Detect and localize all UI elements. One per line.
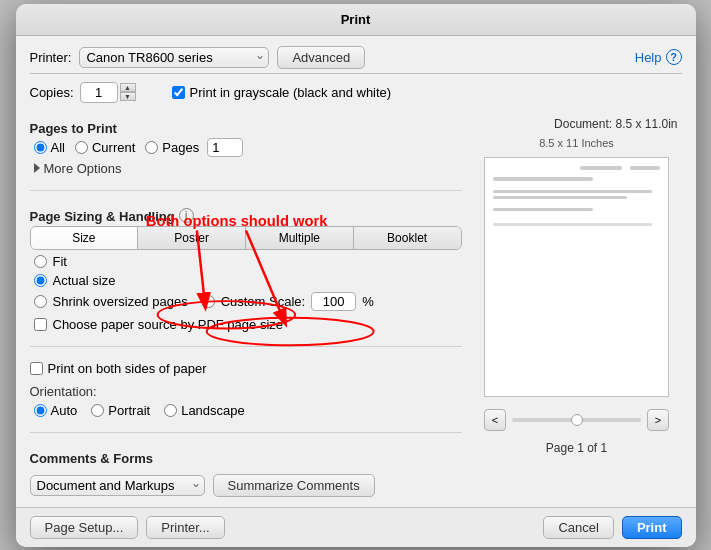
orientation-label: Orientation:: [30, 384, 462, 399]
actual-size-radio[interactable]: [34, 274, 47, 287]
fit-radio[interactable]: [34, 255, 47, 268]
comments-section: Comments & Forms Document and Markups Su…: [30, 447, 462, 497]
orientation-radio-group: Auto Portrait Landscape: [34, 403, 462, 418]
both-sides-row: Print on both sides of paper: [30, 361, 462, 376]
sizing-header: Page Sizing & Handling i: [30, 205, 462, 226]
shrink-radio[interactable]: [34, 295, 47, 308]
orientation-section: Orientation: Auto Portrait Landscape: [30, 384, 462, 418]
pages-current-label: Current: [92, 140, 135, 155]
preview-line-1: [493, 177, 593, 181]
help-link[interactable]: Help: [635, 50, 662, 65]
copies-spinner-buttons: ▲ ▼: [120, 83, 136, 101]
bottom-right: Cancel Print: [543, 516, 681, 539]
tab-booklet[interactable]: Booklet: [354, 227, 461, 249]
tab-poster[interactable]: Poster: [138, 227, 246, 249]
bottom-bar: Page Setup... Printer... Cancel Print: [16, 507, 696, 547]
dialog-title: Print: [341, 12, 371, 27]
summarize-button[interactable]: Summarize Comments: [213, 474, 375, 497]
page-indicator: Page 1 of 1: [546, 441, 607, 455]
actual-size-option: Actual size: [34, 273, 462, 288]
copies-up-btn[interactable]: ▲: [120, 83, 136, 92]
divider-1: [30, 190, 462, 191]
copies-spinner: ▲ ▼: [80, 82, 136, 103]
orientation-landscape: Landscape: [164, 403, 245, 418]
printer-button[interactable]: Printer...: [146, 516, 224, 539]
print-button[interactable]: Print: [622, 516, 682, 539]
comments-title: Comments & Forms: [30, 451, 462, 466]
pages-all-item: All: [34, 140, 65, 155]
size-options: Fit Actual size Shrink oversized pages C…: [34, 254, 462, 332]
orient-landscape-label: Landscape: [181, 403, 245, 418]
title-bar: Print: [16, 4, 696, 36]
bottom-left: Page Setup... Printer...: [30, 516, 225, 539]
shrink-label: Shrink oversized pages: [53, 294, 188, 309]
copies-input[interactable]: [80, 82, 118, 103]
pages-pages-radio[interactable]: [145, 141, 158, 154]
preview-line-5: [493, 223, 652, 226]
printer-select-wrapper: Canon TR8600 series: [79, 47, 269, 68]
doc-info: Document: 8.5 x 11.0in: [472, 117, 682, 131]
tab-size[interactable]: Size: [31, 227, 139, 249]
pdf-source-option: Choose paper source by PDF page size: [34, 317, 462, 332]
pages-current-item: Current: [75, 140, 135, 155]
both-sides-checkbox[interactable]: [30, 362, 43, 375]
sizing-info-icon[interactable]: i: [179, 208, 194, 223]
advanced-button[interactable]: Advanced: [277, 46, 365, 69]
preview-header-lines: [493, 166, 660, 170]
next-page-btn[interactable]: >: [647, 409, 669, 431]
pages-pages-item: Pages: [145, 138, 243, 157]
printer-select[interactable]: Canon TR8600 series: [79, 47, 269, 68]
pages-radio-group: All Current Pages: [34, 138, 462, 157]
orientation-auto: Auto: [34, 403, 78, 418]
pdf-source-label: Choose paper source by PDF page size: [53, 317, 284, 332]
preview-paper: [485, 158, 668, 396]
orient-landscape-radio[interactable]: [164, 404, 177, 417]
pages-all-radio[interactable]: [34, 141, 47, 154]
sizing-title: Page Sizing & Handling: [30, 209, 175, 224]
help-icon[interactable]: ?: [666, 49, 682, 65]
pages-pages-label: Pages: [162, 140, 199, 155]
scale-input[interactable]: [311, 292, 356, 311]
grayscale-row: Print in grayscale (black and white): [172, 85, 392, 100]
more-options-triangle: [34, 163, 40, 173]
more-options[interactable]: More Options: [34, 161, 462, 176]
shrink-option: Shrink oversized pages Custom Scale: %: [34, 292, 462, 311]
print-dialog: Print Printer: Canon TR8600 series Advan…: [16, 4, 696, 547]
fit-option: Fit: [34, 254, 462, 269]
orient-portrait-label: Portrait: [108, 403, 150, 418]
comments-select[interactable]: Document and Markups: [30, 475, 205, 496]
slider-thumb[interactable]: [571, 414, 583, 426]
prev-page-btn[interactable]: <: [484, 409, 506, 431]
fit-label: Fit: [53, 254, 67, 269]
grayscale-checkbox[interactable]: [172, 86, 185, 99]
size-label: 8.5 x 11 Inches: [539, 137, 614, 149]
pages-current-radio[interactable]: [75, 141, 88, 154]
preview-container: [484, 157, 669, 397]
preview-line-4: [493, 208, 593, 211]
tab-multiple[interactable]: Multiple: [246, 227, 354, 249]
divider-3: [30, 432, 462, 433]
orient-auto-label: Auto: [51, 403, 78, 418]
orient-portrait-radio[interactable]: [91, 404, 104, 417]
sizing-tabs: Size Poster Multiple Booklet: [30, 226, 462, 250]
pages-all-label: All: [51, 140, 65, 155]
cancel-button[interactable]: Cancel: [543, 516, 613, 539]
custom-scale-radio[interactable]: [202, 295, 215, 308]
page-slider[interactable]: [512, 418, 641, 422]
orientation-portrait: Portrait: [91, 403, 150, 418]
pages-section: Pages to Print All Current Pages: [30, 117, 462, 176]
preview-line-2: [493, 190, 652, 193]
comments-row: Document and Markups Summarize Comments: [30, 474, 462, 497]
actual-size-label: Actual size: [53, 273, 116, 288]
left-panel: Pages to Print All Current Pages: [30, 117, 462, 497]
orient-auto-radio[interactable]: [34, 404, 47, 417]
custom-scale-label: Custom Scale:: [221, 294, 306, 309]
pdf-source-checkbox[interactable]: [34, 318, 47, 331]
preview-line-3: [493, 196, 627, 199]
copies-down-btn[interactable]: ▼: [120, 92, 136, 101]
printer-label: Printer:: [30, 50, 72, 65]
page-setup-button[interactable]: Page Setup...: [30, 516, 139, 539]
more-options-label: More Options: [44, 161, 122, 176]
pages-range-input[interactable]: [207, 138, 243, 157]
right-panel: Document: 8.5 x 11.0in 8.5 x 11 Inches: [472, 117, 682, 497]
